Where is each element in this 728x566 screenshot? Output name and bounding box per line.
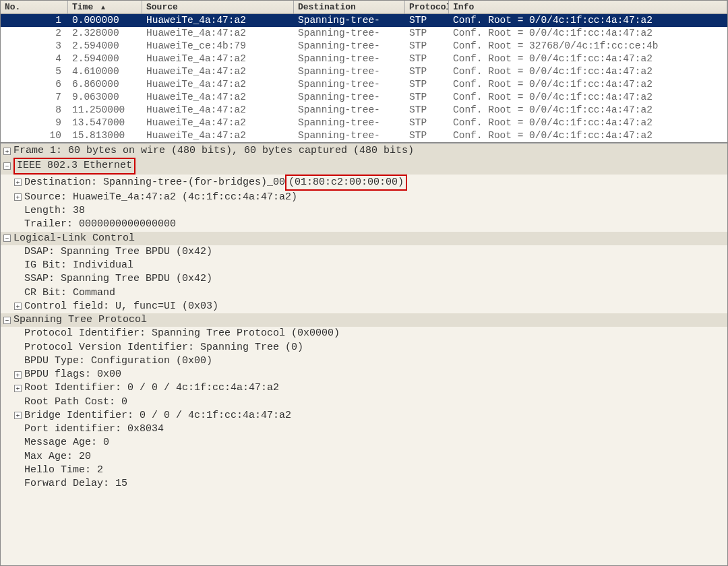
col-header-time[interactable]: Time ▲ (68, 1, 142, 13)
cell-col-proto: STP (405, 65, 449, 78)
stp-ver-label: Protocol Version Identifier: Spanning Tr… (24, 341, 303, 354)
stp-node[interactable]: − Spanning Tree Protocol (1, 313, 727, 327)
ethernet-label-highlight: IEEE 802.3 Ethernet (13, 158, 135, 174)
cell-col-time: 2.594000 (68, 40, 142, 53)
expand-icon[interactable]: + (14, 303, 22, 310)
stp-bpdutype-label: BPDU Type: Configuration (0x00) (24, 354, 212, 368)
llc-node[interactable]: − Logical-Link Control (1, 232, 727, 245)
cell-col-no: 10 (1, 129, 68, 142)
stp-maxage-node[interactable]: Max Age: 20 (1, 450, 727, 464)
expand-icon[interactable]: + (3, 148, 11, 155)
packet-row[interactable]: 66.860000HuaweiTe_4a:47:a2Spanning-tree-… (1, 78, 727, 91)
packet-row[interactable]: 10.000000HuaweiTe_4a:47:a2Spanning-tree-… (1, 14, 727, 27)
col-header-source[interactable]: Source (142, 1, 294, 13)
stp-ver-node[interactable]: Protocol Version Identifier: Spanning Tr… (1, 341, 727, 354)
stp-label: Spanning Tree Protocol (13, 313, 147, 327)
eth-length-node[interactable]: Length: 38 (1, 204, 727, 218)
packet-row[interactable]: 811.250000HuaweiTe_4a:47:a2Spanning-tree… (1, 104, 727, 117)
cell-col-dst: Spanning-tree- (294, 78, 405, 91)
llc-ssap-label: SSAP: Spanning Tree BPDU (0x42) (24, 272, 212, 286)
expand-icon[interactable]: + (14, 193, 22, 201)
cell-col-dst: Spanning-tree- (294, 65, 405, 78)
cell-col-info: Conf. Root = 0/0/4c:1f:cc:4a:47:a2 (449, 117, 727, 129)
cell-col-no: 5 (1, 65, 68, 78)
stp-maxage-label: Max Age: 20 (24, 450, 91, 464)
packet-row[interactable]: 913.547000HuaweiTe_4a:47:a2Spanning-tree… (1, 117, 727, 129)
cell-col-time: 15.813000 (68, 129, 142, 142)
stp-protoid-label: Protocol Identifier: Spanning Tree Proto… (24, 327, 340, 340)
cell-col-proto: STP (405, 53, 449, 65)
cell-col-info: Conf. Root = 0/0/4c:1f:cc:4a:47:a2 (449, 65, 727, 78)
cell-col-dst: Spanning-tree- (294, 129, 405, 142)
llc-dsap-node[interactable]: DSAP: Spanning Tree BPDU (0x42) (1, 245, 727, 259)
packet-row[interactable]: 79.063000HuaweiTe_4a:47:a2Spanning-tree-… (1, 91, 727, 104)
llc-ig-node[interactable]: IG Bit: Individual (1, 259, 727, 272)
packet-row[interactable]: 54.610000HuaweiTe_4a:47:a2Spanning-tree-… (1, 65, 727, 78)
stp-hello-node[interactable]: Hello Time: 2 (1, 464, 727, 477)
collapse-icon[interactable]: − (3, 317, 11, 324)
eth-source-label: Source: HuaweiTe_4a:47:a2 (4c:1f:cc:4a:4… (24, 191, 297, 204)
stp-bridgeid-node[interactable]: + Bridge Identifier: 0 / 0 / 4c:1f:cc:4a… (1, 409, 727, 422)
stp-rootcost-node[interactable]: Root Path Cost: 0 (1, 396, 727, 409)
cell-col-src: HuaweiTe_4a:47:a2 (142, 91, 294, 104)
llc-ig-label: IG Bit: Individual (24, 259, 133, 272)
cell-col-no: 9 (1, 117, 68, 129)
cell-col-dst: Spanning-tree- (294, 40, 405, 53)
cell-col-dst: Spanning-tree- (294, 53, 405, 65)
llc-cr-node[interactable]: CR Bit: Command (1, 286, 727, 300)
cell-col-info: Conf. Root = 0/0/4c:1f:cc:4a:47:a2 (449, 91, 727, 104)
cell-col-dst: Spanning-tree- (294, 117, 405, 129)
stp-flags-label: BPDU flags: 0x00 (24, 368, 121, 381)
llc-label: Logical-Link Control (13, 232, 135, 245)
cell-col-proto: STP (405, 27, 449, 40)
collapse-icon[interactable]: − (3, 234, 11, 242)
packet-row[interactable]: 22.328000HuaweiTe_4a:47:a2Spanning-tree-… (1, 27, 727, 40)
stp-rootid-node[interactable]: + Root Identifier: 0 / 0 / 4c:1f:cc:4a:4… (1, 381, 727, 395)
packet-row[interactable]: 32.594000HuaweiTe_ce:4b:79Spanning-tree-… (1, 40, 727, 53)
col-header-destination[interactable]: Destination (294, 1, 405, 13)
eth-trailer-node[interactable]: Trailer: 0000000000000000 (1, 218, 727, 231)
packet-row[interactable]: 42.594000HuaweiTe_4a:47:a2Spanning-tree-… (1, 53, 727, 65)
packet-row[interactable]: 1015.813000HuaweiTe_4a:47:a2Spanning-tre… (1, 129, 727, 142)
frame-node[interactable]: + Frame 1: 60 bytes on wire (480 bits), … (1, 144, 727, 158)
expand-icon[interactable]: + (14, 412, 22, 419)
stp-portid-node[interactable]: Port identifier: 0x8034 (1, 422, 727, 436)
expand-icon[interactable]: + (14, 385, 22, 392)
llc-ssap-node[interactable]: SSAP: Spanning Tree BPDU (0x42) (1, 272, 727, 286)
collapse-icon[interactable]: − (3, 162, 11, 170)
cell-col-dst: Spanning-tree- (294, 27, 405, 40)
cell-col-no: 4 (1, 53, 68, 65)
stp-fwd-node[interactable]: Forward Delay: 15 (1, 477, 727, 491)
expand-icon[interactable]: + (14, 371, 22, 379)
llc-ctrl-node[interactable]: + Control field: U, func=UI (0x03) (1, 300, 727, 313)
stp-flags-node[interactable]: + BPDU flags: 0x00 (1, 368, 727, 381)
stp-fwd-label: Forward Delay: 15 (24, 477, 127, 491)
cell-col-info: Conf. Root = 0/0/4c:1f:cc:4a:47:a2 (449, 53, 727, 65)
cell-col-no: 8 (1, 104, 68, 117)
stp-rootid-label: Root Identifier: 0 / 0 / 4c:1f:cc:4a:47:… (24, 381, 279, 395)
stp-msgage-label: Message Age: 0 (24, 436, 109, 449)
stp-bpdutype-node[interactable]: BPDU Type: Configuration (0x00) (1, 354, 727, 368)
eth-source-node[interactable]: + Source: HuaweiTe_4a:47:a2 (4c:1f:cc:4a… (1, 191, 727, 204)
cell-col-proto: STP (405, 14, 449, 27)
col-header-protocol[interactable]: Protocol (405, 1, 449, 13)
llc-cr-label: CR Bit: Command (24, 286, 115, 300)
cell-col-time: 9.063000 (68, 91, 142, 104)
cell-col-src: HuaweiTe_4a:47:a2 (142, 65, 294, 78)
eth-destination-node[interactable]: + Destination: Spanning-tree-(for-bridge… (1, 175, 727, 191)
cell-col-src: HuaweiTe_4a:47:a2 (142, 14, 294, 27)
col-header-info[interactable]: Info (449, 1, 727, 13)
cell-col-info: Conf. Root = 0/0/4c:1f:cc:4a:47:a2 (449, 129, 727, 142)
packet-list-pane: No. Time ▲ Source Destination Protocol I… (1, 1, 727, 144)
cell-col-src: HuaweiTe_4a:47:a2 (142, 104, 294, 117)
sort-asc-icon: ▲ (101, 4, 105, 11)
llc-dsap-label: DSAP: Spanning Tree BPDU (0x42) (24, 245, 212, 259)
eth-trailer-label: Trailer: 0000000000000000 (24, 218, 176, 231)
col-header-no[interactable]: No. (1, 1, 68, 13)
ethernet-node[interactable]: − IEEE 802.3 Ethernet (1, 158, 727, 174)
stp-protoid-node[interactable]: Protocol Identifier: Spanning Tree Proto… (1, 327, 727, 340)
stp-msgage-node[interactable]: Message Age: 0 (1, 436, 727, 449)
expand-icon[interactable]: + (14, 179, 22, 186)
col-header-time-label: Time (72, 2, 93, 12)
eth-destination-label: Destination: Spanning-tree-(for-bridges)… (24, 176, 285, 189)
